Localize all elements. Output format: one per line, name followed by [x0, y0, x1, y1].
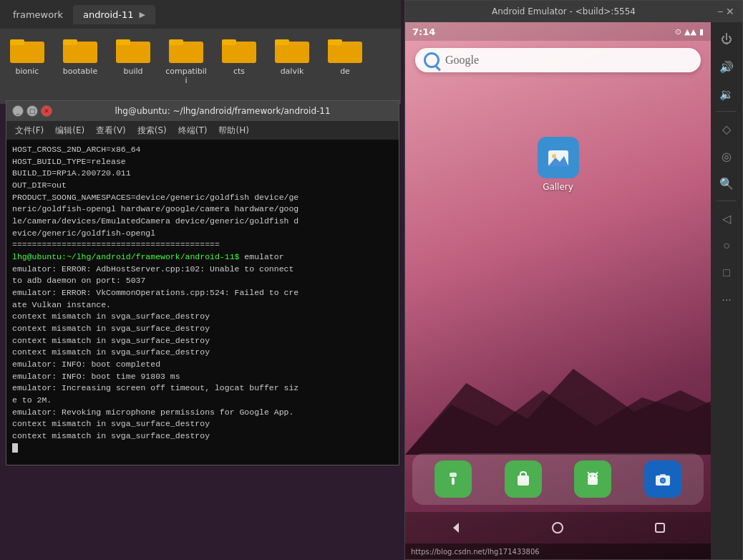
google-search-bar[interactable]: Google [415, 48, 701, 72]
phone-screen: 7:14 ⊙ ▲▲ ▮ Google [405, 22, 711, 559]
folder-dalvik-label: dalvik [281, 67, 304, 76]
more-button[interactable]: ··· [715, 289, 738, 312]
folder-compatibili-label: compatibili [165, 67, 208, 85]
terminal-menu-terminal[interactable]: 终端(T) [173, 123, 213, 138]
svg-marker-35 [453, 523, 459, 533]
screenshot-button[interactable]: ◎ [715, 145, 738, 168]
folder-icon [328, 36, 362, 64]
terminal-maximize-button[interactable]: □ [26, 105, 38, 117]
rotate-button[interactable]: ◇ [715, 117, 738, 140]
overview-nav-button[interactable]: □ [715, 261, 738, 284]
folder-de[interactable]: de [324, 36, 366, 76]
svg-rect-3 [63, 39, 77, 45]
overview-button[interactable] [647, 515, 673, 541]
camera-app-icon[interactable] [644, 460, 681, 498]
terminal-menu-view[interactable]: 查看(V) [90, 123, 132, 138]
android-app-icon[interactable] [574, 460, 611, 498]
terminal-menu-edit[interactable]: 编辑(E) [49, 123, 90, 138]
svg-rect-34 [660, 474, 666, 477]
gallery-app-icon[interactable]: Gallery [538, 137, 579, 192]
url-text: https://blog.csdn.net/lhg171433806 [411, 548, 540, 556]
sidebar-divider-2 [717, 201, 737, 201]
volume-down-button[interactable]: 🔉 [715, 82, 738, 105]
svg-rect-37 [656, 523, 664, 532]
phone-dock [412, 453, 704, 505]
tab-framework[interactable]: framework [3, 5, 73, 24]
home-nav-button[interactable]: ○ [715, 234, 738, 257]
terminal-menu-search[interactable]: 搜索(S) [132, 123, 173, 138]
back-button[interactable] [443, 515, 469, 541]
folder-bootable[interactable]: bootable [59, 36, 102, 76]
svg-rect-13 [328, 39, 342, 45]
svg-point-27 [594, 475, 596, 477]
volume-up-button[interactable]: 🔊 [715, 55, 738, 78]
file-manager: framework android-11 ▶ bionic bootable b… [0, 0, 401, 104]
url-bar: https://blog.csdn.net/lhg171433806 [405, 544, 711, 559]
emulator-window: Android Emulator - <build>:5554 − ✕ 7:14… [404, 0, 743, 560]
terminal-window: _ □ ✕ lhg@ubuntu: ~/lhg/android/framewor… [6, 100, 399, 465]
svg-point-26 [590, 475, 591, 477]
svg-rect-9 [222, 39, 236, 45]
terminal-minimize-button[interactable]: _ [12, 105, 24, 117]
status-icons: ⊙ ▲▲ ▮ [675, 27, 704, 37]
folder-icon [116, 36, 150, 64]
emulator-close-button[interactable]: ✕ [725, 6, 735, 16]
terminal-title-bar: _ □ ✕ lhg@ubuntu: ~/lhg/android/framewor… [6, 101, 399, 121]
folder-dalvik[interactable]: dalvik [271, 36, 314, 76]
svg-rect-5 [116, 39, 130, 45]
gallery-label: Gallery [543, 182, 573, 192]
folder-icon [10, 36, 44, 64]
terminal-menu-help[interactable]: 帮助(H) [213, 123, 254, 138]
terminal-menu-file[interactable]: 文件(F) [9, 123, 49, 138]
terminal-title: lhg@ubuntu: ~/lhg/android/framework/andr… [52, 106, 393, 116]
tab-framework-label: framework [13, 9, 63, 20]
folder-build-label: build [123, 67, 142, 76]
folder-compatibili[interactable]: compatibili [165, 36, 208, 85]
battery-icon: ▮ [699, 27, 704, 37]
svg-rect-1 [10, 39, 24, 45]
folders-area: bionic bootable build compatibili cts [0, 29, 401, 104]
folder-bionic-label: bionic [16, 67, 39, 76]
phone-app-icon[interactable] [434, 460, 472, 498]
folder-icon [275, 36, 309, 64]
search-icon [424, 52, 440, 68]
emulator-title-bar: Android Emulator - <build>:5554 − ✕ [405, 1, 742, 22]
emulator-minimize-button[interactable]: − [715, 6, 725, 16]
folder-de-label: de [340, 67, 350, 76]
svg-rect-11 [275, 39, 289, 45]
home-button[interactable] [545, 515, 570, 541]
svg-rect-22 [518, 475, 529, 486]
folder-cts-label: cts [233, 67, 245, 76]
folder-cts[interactable]: cts [218, 36, 261, 76]
tab-android-11[interactable]: android-11 ▶ [73, 5, 155, 24]
zoom-in-button[interactable]: 🔍 [715, 172, 738, 195]
emulator-title-text: Android Emulator - <build>:5554 [412, 6, 715, 16]
folder-bootable-label: bootable [63, 67, 97, 76]
tabs-bar: framework android-11 ▶ [0, 0, 401, 29]
terminal-controls: _ □ ✕ [12, 105, 52, 117]
folder-icon [169, 36, 203, 64]
emulator-sidebar: ⏻ 🔊 🔉 ◇ ◎ 🔍 ◁ ○ □ ··· [711, 22, 742, 559]
terminal-output[interactable]: HOST_CROSS_2ND_ARCH=x86_64 HOST_BUILD_TY… [6, 140, 399, 465]
phone-status-bar: 7:14 ⊙ ▲▲ ▮ [405, 22, 711, 41]
gallery-icon-bg [538, 137, 579, 178]
svg-rect-7 [169, 39, 183, 45]
phone-main: Gallery [405, 79, 711, 512]
back-nav-button[interactable]: ◁ [715, 207, 738, 230]
signal-icon: ▲▲ [684, 27, 696, 37]
mountain-background [405, 354, 711, 455]
tab-android-11-label: android-11 [83, 9, 134, 20]
navigation-bar [405, 512, 711, 544]
folder-bionic[interactable]: bionic [6, 36, 49, 76]
folder-build[interactable]: build [112, 36, 155, 76]
status-time: 7:14 [412, 26, 435, 37]
store-app-icon[interactable] [505, 460, 542, 498]
sidebar-divider [717, 111, 737, 112]
svg-point-33 [661, 479, 665, 483]
search-text: Google [445, 54, 479, 67]
svg-rect-20 [452, 478, 455, 485]
wifi-icon: ⊙ [675, 27, 681, 37]
folder-icon [63, 36, 97, 64]
power-button[interactable]: ⏻ [715, 28, 738, 51]
terminal-close-button[interactable]: ✕ [41, 105, 52, 117]
